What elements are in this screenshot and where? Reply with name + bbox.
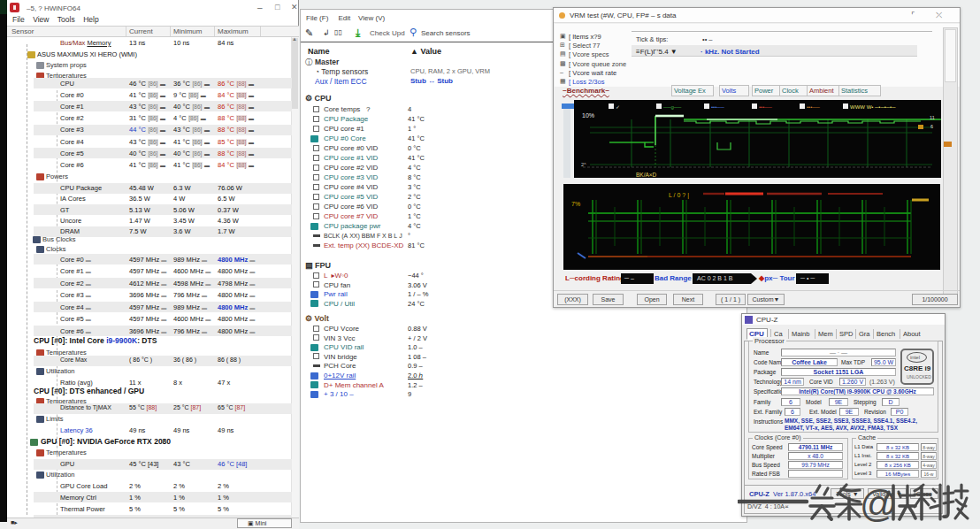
svg-text:10%: 10% <box>582 112 594 119</box>
svg-text:7%: 7% <box>571 201 580 207</box>
svg-text:•••──: •••── <box>759 104 773 110</box>
svg-text:6: 6 <box>930 124 933 129</box>
svg-text:──g──: ──g── <box>662 104 682 110</box>
svg-text:✓: ✓ <box>616 104 620 110</box>
svg-text:•••──: •••── <box>807 104 821 110</box>
svg-text:BK/A×D: BK/A×D <box>636 172 657 178</box>
svg-text:L / 0 ? |: L / 0 ? | <box>669 192 689 199</box>
svg-text:11: 11 <box>930 115 935 120</box>
svg-text:2^: 2^ <box>581 162 586 167</box>
svg-text:WWW W• ─•─•─•─: WWW W• ─•─•─•─ <box>850 104 896 110</box>
svg-text:•••──: •••── <box>711 104 725 110</box>
